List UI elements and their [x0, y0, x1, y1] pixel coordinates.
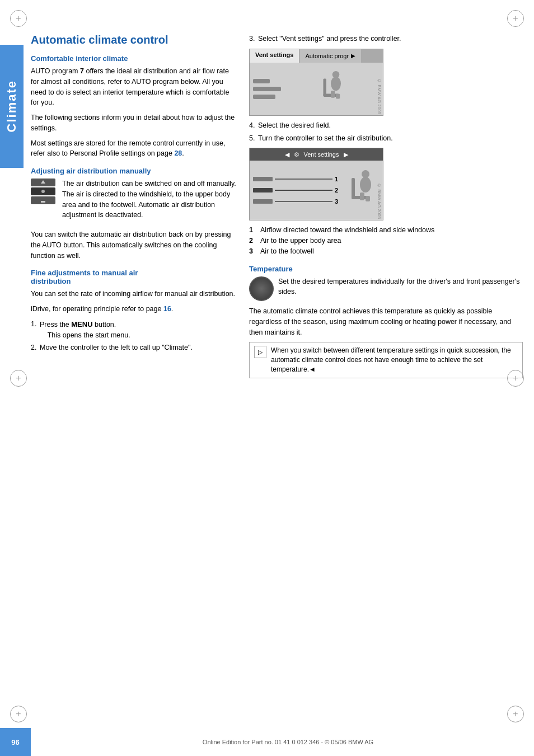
- temperature-block: Set the desired temperatures individuall…: [249, 276, 523, 302]
- ann-num-2: 2: [249, 236, 257, 246]
- person-figure-2: [349, 167, 377, 214]
- screen2-watermark: © BMW AG 2005: [377, 183, 382, 219]
- note-icon: ▷: [254, 346, 266, 358]
- vent-line-3: [275, 201, 332, 202]
- corner-mark-bl: [10, 706, 27, 722]
- temperature-knob-icon: [249, 276, 274, 301]
- section-adjusting-title: Adjusting air distribution manually: [31, 167, 238, 175]
- corner-mark-ml: [10, 370, 27, 387]
- comfortable-para1: AUTO program 7 offers the ideal air dist…: [31, 66, 238, 108]
- ann-text-2: Air to the upper body area: [260, 236, 341, 246]
- climate-tab-label: Climate: [4, 80, 19, 132]
- svg-rect-1: [41, 201, 45, 203]
- svg-rect-7: [336, 94, 340, 99]
- vent-row-2: 2: [253, 187, 341, 194]
- screen1-person-area: [287, 66, 380, 112]
- ann-num-3: 3: [249, 246, 257, 257]
- page-content: Automatic climate control Comfortable in…: [31, 34, 523, 383]
- slider-bar-1: [253, 79, 270, 83]
- left-column: Automatic climate control Comfortable in…: [31, 34, 238, 383]
- svg-point-10: [360, 177, 371, 192]
- vent-icon-body: [31, 187, 55, 195]
- right-column: 3. Select "Vent settings" and press the …: [249, 34, 523, 383]
- svg-point-4: [331, 77, 341, 91]
- screen2-left-arrow: ◀: [285, 151, 289, 158]
- annotation-3: 3 Air to the footwell: [249, 246, 523, 257]
- screen2-title: Vent settings: [304, 151, 339, 158]
- adjusting-icon-block: The air distribution can be switched on …: [31, 179, 238, 225]
- link-page28[interactable]: 28: [174, 149, 182, 157]
- svg-point-11: [362, 170, 369, 178]
- svg-point-0: [41, 190, 45, 193]
- screen2-sliders-area: 1 2 3: [253, 163, 341, 218]
- svg-rect-12: [360, 192, 364, 200]
- screen2-header: ◀ ⚙ Vent settings ▶: [250, 148, 383, 161]
- corner-mark-mr: [507, 370, 524, 387]
- step-2: 2. Move the controller to the left to ca…: [31, 342, 238, 353]
- section-comfortable-title: Comfortable interior climate: [31, 54, 238, 63]
- vent-line-1: [275, 179, 332, 180]
- svg-rect-6: [331, 91, 335, 98]
- vent-row-3: 3: [253, 198, 341, 205]
- svg-rect-3: [323, 79, 326, 97]
- section-fine-title: Fine adjustments to manual airdistributi…: [31, 269, 238, 285]
- step-4: 4. Select the desired field.: [249, 120, 523, 131]
- screen-image-2: ◀ ⚙ Vent settings ▶ 1 2: [249, 148, 383, 220]
- slider-bar-2: [253, 87, 281, 91]
- temperature-note: ▷ When you switch between different temp…: [249, 342, 523, 378]
- link-page16[interactable]: 16: [163, 305, 171, 313]
- temperature-para1: The automatic climate control achieves t…: [249, 306, 523, 337]
- screen2-content: 1 2 3: [250, 161, 383, 220]
- note-text: When you switch between different temper…: [271, 346, 518, 374]
- screen1-sliders: [253, 66, 281, 112]
- step-3: 3. Select "Vent settings" and press the …: [249, 34, 523, 44]
- annotation-1: 1 Airflow directed toward the windshield…: [249, 225, 523, 236]
- vent-icon-footwell: [31, 196, 55, 204]
- svg-rect-13: [366, 196, 370, 201]
- steps-right: 3. Select "Vent settings" and press the …: [249, 34, 523, 44]
- ann-num-1: 1: [249, 225, 257, 236]
- ann-text-1: Airflow directed toward the windshield a…: [260, 225, 434, 236]
- screen1-watermark: © BMW AG 2005: [377, 78, 382, 114]
- svg-rect-9: [352, 178, 355, 199]
- corner-mark-tl: [10, 10, 27, 27]
- adjusting-icon-text: The air distribution can be switched on …: [62, 179, 238, 220]
- vent-rect-1: [253, 177, 273, 181]
- slider-bar-3: [253, 95, 275, 99]
- vent-row-1: 1: [253, 176, 341, 182]
- comfortable-para2: The following sections inform you in det…: [31, 112, 238, 134]
- slider-row-1: [253, 79, 281, 83]
- corner-mark-br: [507, 706, 524, 722]
- step-1: 1. Press the MENU button. This opens the…: [31, 319, 238, 341]
- slider-row-2: [253, 87, 281, 91]
- vent-num-2: 2: [335, 187, 341, 194]
- vent-icon-windshield: [31, 179, 55, 186]
- vent-num-1: 1: [335, 176, 341, 182]
- vent-line-2: [275, 190, 332, 191]
- corner-mark-tr: [507, 10, 524, 27]
- steps-4-5: 4. Select the desired field. 5. Turn the…: [249, 120, 523, 144]
- annotation-2: 2 Air to the upper body area: [249, 236, 523, 246]
- ann-text-3: Air to the footwell: [260, 246, 314, 257]
- screen1-tab-inactive-label: Automatic progr: [305, 53, 349, 59]
- fine-para2: iDrive, for operating principle refer to…: [31, 304, 238, 314]
- temperature-icon-text: Set the desired temperatures individuall…: [278, 276, 523, 298]
- step-5: 5. Turn the controller to set the air di…: [249, 133, 523, 144]
- screen1-tab-inactive: Automatic progr ▶: [299, 49, 361, 63]
- annotations-list: 1 Airflow directed toward the windshield…: [249, 225, 523, 256]
- main-title: Automatic climate control: [31, 34, 238, 46]
- page-number: 96: [0, 728, 31, 756]
- page-footer: 96 Online Edition for Part no. 01 41 0 0…: [0, 728, 534, 756]
- vent-num-3: 3: [335, 198, 341, 205]
- vent-rect-2: [253, 188, 273, 192]
- slider-row-3: [253, 95, 281, 99]
- screen-image-1: Vent settings Automatic progr ▶: [249, 49, 383, 116]
- screen1-arrow-icon: ▶: [351, 53, 355, 59]
- person-figure-1: [321, 68, 346, 110]
- fine-para1: You can set the rate of incoming airflow…: [31, 289, 238, 299]
- screen1-tabbar: Vent settings Automatic progr ▶: [250, 49, 383, 63]
- adjusting-para1: You can switch the automatic air distrib…: [31, 229, 238, 261]
- section-temperature-title: Temperature: [249, 265, 523, 273]
- vent-icons: [31, 179, 58, 225]
- vent-rect-3: [253, 199, 273, 204]
